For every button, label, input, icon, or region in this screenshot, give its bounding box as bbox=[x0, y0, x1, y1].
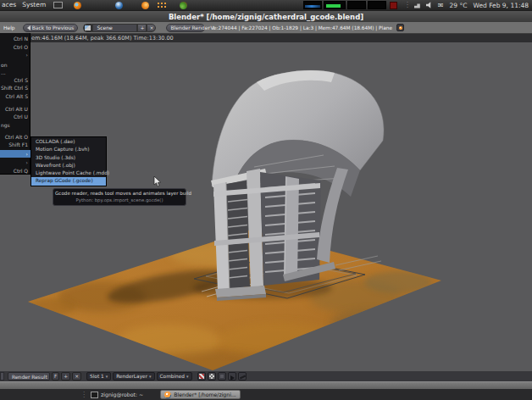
window-titlebar[interactable]: Blender* [/home/zignig/catherdral_gcode.… bbox=[0, 10, 532, 22]
render-result-view[interactable] bbox=[0, 42, 532, 371]
rendered-scene bbox=[0, 42, 532, 371]
image-paint-icon[interactable] bbox=[228, 372, 236, 381]
scene-browse-icon bbox=[84, 25, 91, 31]
draw-channels-alpha-icon[interactable] bbox=[208, 372, 216, 381]
system-menu[interactable]: System bbox=[22, 0, 46, 10]
submenu-item-lightwave-point-cache[interactable]: Lightwave Point Cache (.mdd) bbox=[31, 169, 106, 177]
dots-grid-icon[interactable] bbox=[157, 2, 166, 8]
system-monitor-applet-net[interactable] bbox=[347, 1, 366, 9]
image-edit-icon[interactable] bbox=[238, 372, 247, 381]
tooltip-python-hint: Python: bpy.ops.import_scene.gocde() bbox=[55, 197, 184, 203]
submenu-item-3d-studio[interactable]: 3D Studio (.3ds) bbox=[31, 154, 106, 162]
menu-item-open-recent[interactable]: › bbox=[0, 51, 30, 58]
render-layer-select[interactable]: RenderLayer ▾ bbox=[113, 372, 154, 381]
places-menu[interactable]: aces bbox=[2, 0, 16, 10]
menu-item-new[interactable]: Ctrl N bbox=[0, 35, 30, 42]
menu-item-user-preferences[interactable]: Ctrl Alt U bbox=[0, 105, 30, 113]
menu-item-export[interactable]: › bbox=[0, 158, 30, 166]
scene-name-field[interactable]: Scene bbox=[92, 24, 137, 32]
app-launcher-icon[interactable] bbox=[141, 2, 149, 9]
taskbar-item-blender[interactable]: Blender* [/home/zigni... bbox=[160, 390, 241, 399]
screen: aces System ⋮ ✉ 29 °C Wed Feb 9, 11:48 B… bbox=[0, 0, 532, 400]
render-stats-bar: em:46.16M (18.64M, peak 366.60M) Time:13… bbox=[0, 34, 532, 42]
system-monitor-applet-mem[interactable] bbox=[324, 1, 346, 9]
image-datablock-field[interactable]: Render Result bbox=[8, 372, 50, 381]
scene-add-button[interactable]: + bbox=[137, 24, 147, 32]
back-to-previous-button[interactable]: Back to Previous bbox=[23, 24, 79, 32]
system-monitor-applet-cpu[interactable] bbox=[303, 1, 322, 9]
window-title: Blender* [/home/zignig/catherdral_gcode.… bbox=[169, 13, 363, 21]
window-selector-icon[interactable] bbox=[53, 2, 63, 8]
taskbar: ⋮ zignig@robot: ~ Blender* [/home/zigni.… bbox=[0, 389, 532, 400]
file-menu-dropdown: Ctrl N Ctrl O › on ... Ctrl S Shift Ctrl… bbox=[0, 33, 30, 175]
clock[interactable]: Wed Feb 9, 11:48 bbox=[473, 2, 529, 9]
draw-channels-color-icon[interactable] bbox=[197, 372, 206, 381]
blender-info-header: Help Back to Previous Scene + × Blender … bbox=[0, 22, 532, 34]
menu-item-quit[interactable]: Ctrl Q bbox=[0, 167, 30, 175]
tooltip-description: Gcode reader, reads tool moves and anima… bbox=[55, 191, 184, 197]
blender-icon bbox=[164, 392, 171, 398]
menu-item-recover[interactable]: on bbox=[0, 61, 30, 69]
render-pass-select[interactable]: Combined ▾ bbox=[157, 372, 192, 381]
chevron-down-icon: ▾ bbox=[106, 374, 108, 379]
menu-item-load-factory-settings[interactable]: ngs bbox=[0, 121, 30, 129]
system-monitor-applet-disk[interactable] bbox=[368, 1, 386, 9]
terminal-icon bbox=[91, 392, 98, 398]
mail-icon[interactable]: ✉ bbox=[438, 2, 444, 9]
submenu-item-wavefront[interactable]: Wavefront (.obj) bbox=[31, 162, 106, 169]
panel-separator: ⋮ bbox=[404, 0, 411, 10]
slot-select[interactable]: Slot 1 ▾ bbox=[86, 372, 111, 381]
help-menu[interactable]: Help bbox=[3, 25, 15, 31]
unlink-image-button[interactable]: × bbox=[72, 372, 81, 381]
gnome-top-panel: aces System ⋮ ✉ 29 °C Wed Feb 9, 11:48 bbox=[0, 0, 532, 10]
menu-item-import[interactable]: › bbox=[0, 150, 30, 158]
browser-icon[interactable] bbox=[115, 2, 123, 9]
volume-icon[interactable] bbox=[426, 2, 433, 8]
network-icon[interactable] bbox=[414, 3, 420, 8]
editor-type-icon[interactable] bbox=[0, 372, 4, 381]
scene-browse-button[interactable] bbox=[83, 24, 92, 32]
menu-item-save-user-settings[interactable]: Ctrl U bbox=[0, 113, 30, 120]
scene-statistics: Ve:274044 | Fa:227024 | Ob:1-1829 | La:3… bbox=[210, 25, 392, 31]
menu-item-save-as[interactable]: Shift Ctrl S bbox=[0, 84, 30, 92]
back-icon bbox=[27, 25, 30, 31]
taskbar-item-terminal[interactable]: zignig@robot: ~ bbox=[87, 390, 147, 399]
alert-applet-icon[interactable] bbox=[390, 2, 397, 9]
image-editor-header: Render Result F + × Slot 1 ▾ RenderLayer… bbox=[0, 371, 532, 381]
tooltip: Gcode reader, reads tool moves and anima… bbox=[53, 188, 186, 206]
import-submenu: COLLADA (.dae) Motion Capture (.bvh) 3D … bbox=[30, 136, 107, 186]
menu-item-recover-auto[interactable]: ... bbox=[0, 69, 30, 76]
render-engine-select[interactable]: Blender Render ↕ bbox=[166, 24, 205, 32]
temperature-applet: 29 °C bbox=[450, 2, 468, 9]
submenu-item-motion-capture[interactable]: Motion Capture (.bvh) bbox=[31, 146, 106, 153]
firefox-icon[interactable] bbox=[74, 2, 81, 9]
menu-item-save-copy[interactable]: Ctrl Alt S bbox=[0, 92, 30, 100]
menu-item-link[interactable]: Ctrl Alt O bbox=[0, 133, 30, 141]
mouse-cursor bbox=[153, 175, 162, 191]
chevron-down-icon: ▾ bbox=[149, 374, 152, 379]
game-app-icon[interactable] bbox=[180, 2, 187, 9]
menu-item-open[interactable]: Ctrl O bbox=[0, 43, 30, 51]
submenu-item-collada[interactable]: COLLADA (.dae) bbox=[31, 138, 106, 146]
menu-item-save[interactable]: Ctrl S bbox=[0, 76, 30, 84]
new-image-button[interactable]: + bbox=[61, 372, 70, 381]
submenu-item-reprap-gcode[interactable]: Reprap GCode (.gcode) bbox=[31, 177, 106, 185]
draw-channels-z-icon[interactable] bbox=[218, 372, 226, 381]
taskbar-separator: ⋮ bbox=[80, 389, 87, 400]
window-bottom-strip bbox=[0, 381, 532, 389]
blender-logo-icon bbox=[396, 24, 404, 31]
fake-user-button[interactable]: F bbox=[52, 372, 59, 381]
scene-unlink-button[interactable]: × bbox=[147, 24, 156, 32]
chevron-down-icon: ▾ bbox=[186, 374, 189, 379]
menu-item-append[interactable]: Shift F1 bbox=[0, 141, 30, 148]
